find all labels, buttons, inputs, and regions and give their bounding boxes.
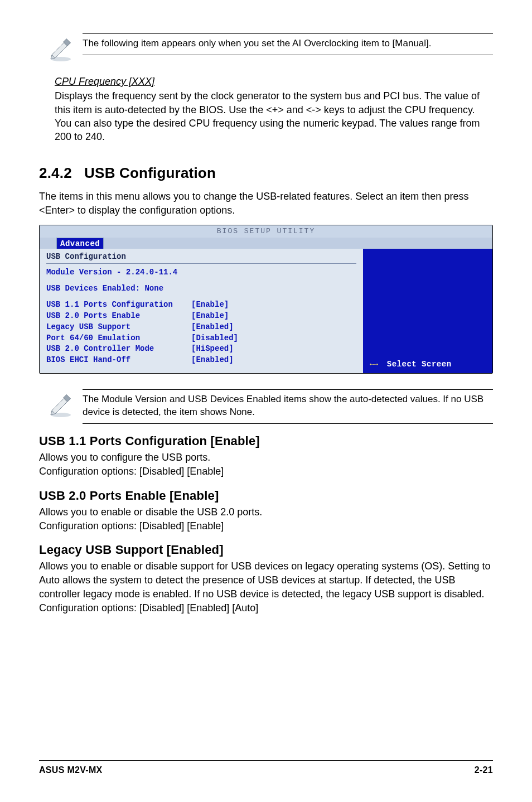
section-heading: 2.4.2 USB Configuration <box>39 165 493 182</box>
bios-row-value[interactable]: [Enable] <box>191 299 356 310</box>
bios-row-value[interactable]: [Enabled] <box>191 322 356 332</box>
bios-row-label[interactable]: USB 1.1 Ports Configuration <box>46 299 191 310</box>
section-number: 2.4.2 <box>39 165 72 181</box>
setting-line: Configuration options: [Disabled] [Enabl… <box>39 520 224 532</box>
bios-row-label[interactable]: USB 2.0 Controller Mode <box>46 344 191 354</box>
bios-tab-advanced[interactable]: Advanced <box>56 238 104 249</box>
setting-legacy-title: Legacy USB Support [Enabled] <box>39 543 493 557</box>
section-intro: The items in this menu allows you to cha… <box>39 190 493 217</box>
bios-row-value[interactable]: [Enabled] <box>191 355 356 365</box>
bios-row-label[interactable]: Legacy USB Support <box>46 322 191 332</box>
setting-usb20-body: Allows you to enable or disable the USB … <box>39 505 493 533</box>
bios-tab-row: Advanced <box>40 238 492 249</box>
bios-row-label[interactable]: Port 64/60 Emulation <box>46 333 191 344</box>
note-text: The following item appears only when you… <box>83 33 493 55</box>
setting-usb20-title: USB 2.0 Ports Enable [Enable] <box>39 489 493 503</box>
bios-right-panel: ←→ Select Screen <box>364 249 492 373</box>
bios-row-label[interactable]: BIOS EHCI Hand-Off <box>46 355 191 365</box>
note-ai-overclocking: The following item appears only when you… <box>39 33 493 65</box>
setting-usb11-body: Allows you to configure the USB ports. C… <box>39 451 493 479</box>
section-title: USB Configuration <box>84 165 216 181</box>
setting-legacy-body: Allows you to enable or disable support … <box>39 559 493 615</box>
bios-titlebar: BIOS SETUP UTILITY <box>40 225 492 238</box>
page-footer: ASUS M2V-MX 2-21 <box>39 760 493 775</box>
note-text: The Module Version and USB Devices Enabl… <box>83 389 493 424</box>
footer-page-number: 2-21 <box>475 765 493 775</box>
bios-options-grid: USB 1.1 Ports Configuration[Enable] USB … <box>46 299 356 365</box>
pencil-icon <box>39 389 83 421</box>
cpu-frequency-heading: CPU Frequency [XXX] <box>55 75 493 88</box>
arrows-icon: ←→ <box>370 360 377 369</box>
bios-module-line: Module Version - 2.24.0-11.4 <box>46 267 356 278</box>
bios-row-value[interactable]: [Enable] <box>191 311 356 321</box>
bios-panel-title: USB Configuration <box>46 252 356 261</box>
bios-row-value[interactable]: [HiSpeed] <box>191 344 356 354</box>
bios-help-text: Select Screen <box>387 360 452 369</box>
setting-line: Allows you to configure the USB ports. <box>39 452 210 463</box>
bios-row-label[interactable]: USB 2.0 Ports Enable <box>46 311 191 321</box>
bios-left-panel: USB Configuration Module Version - 2.24.… <box>40 249 364 373</box>
setting-line: Allows you to enable or disable the USB … <box>39 506 262 518</box>
note-module-version: The Module Version and USB Devices Enabl… <box>39 389 493 424</box>
bios-devices-line: USB Devices Enabled: None <box>46 283 356 294</box>
footer-product: ASUS M2V-MX <box>39 765 103 775</box>
cpu-frequency-block: CPU Frequency [XXX] Displays the frequen… <box>55 75 493 143</box>
pencil-icon <box>39 33 83 65</box>
bios-row-value[interactable]: [Disabled] <box>191 333 356 344</box>
setting-line: Configuration options: [Disabled] [Enabl… <box>39 466 224 477</box>
bios-screenshot: BIOS SETUP UTILITY Advanced USB Configur… <box>39 225 493 374</box>
cpu-frequency-body: Displays the frequency sent by the clock… <box>55 89 493 143</box>
setting-usb11-title: USB 1.1 Ports Configuration [Enable] <box>39 434 493 448</box>
